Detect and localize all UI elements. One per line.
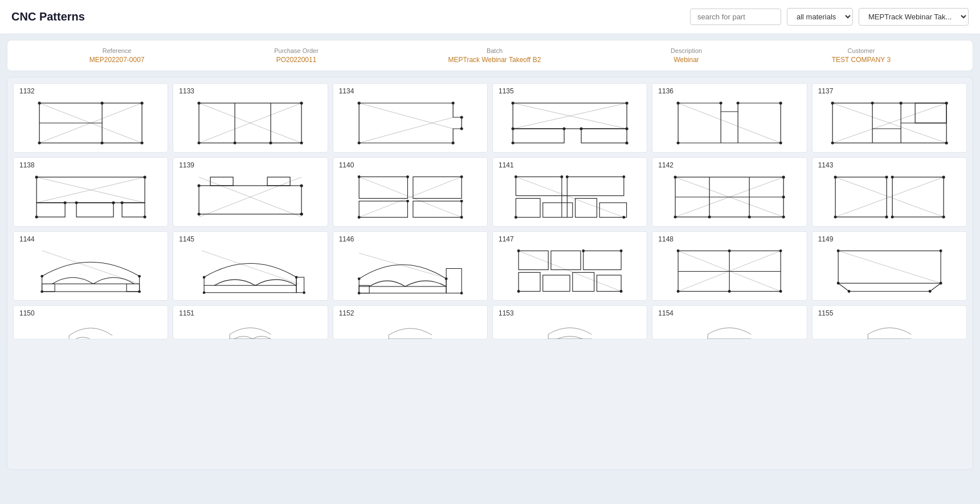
svg-point-197 (940, 250, 942, 252)
svg-point-96 (358, 176, 360, 178)
svg-point-72 (35, 176, 38, 178)
svg-point-188 (677, 250, 680, 252)
svg-point-159 (303, 292, 305, 294)
svg-point-46 (677, 102, 679, 104)
pattern-1141[interactable]: 1141 (492, 157, 647, 227)
pattern-1136[interactable]: 1136 (652, 83, 807, 153)
svg-point-148 (138, 275, 141, 277)
pattern-1144[interactable]: 1144 (13, 231, 168, 301)
svg-point-123 (782, 176, 785, 178)
svg-rect-94 (359, 201, 407, 217)
svg-point-137 (885, 176, 888, 178)
svg-point-200 (848, 290, 850, 293)
svg-point-97 (460, 176, 463, 178)
pattern-1137[interactable]: 1137 (812, 83, 967, 153)
svg-rect-95 (413, 201, 462, 217)
svg-point-7 (38, 142, 40, 144)
svg-point-51 (737, 102, 739, 104)
info-bar: Reference MEP202207-0007 Purchase Order … (7, 40, 973, 71)
pattern-1147[interactable]: 1147 (492, 231, 647, 301)
project-select[interactable]: MEPTrack Webinar Tak... (859, 8, 969, 26)
svg-rect-105 (567, 177, 623, 195)
svg-point-77 (75, 202, 77, 204)
svg-point-20 (234, 142, 236, 144)
svg-point-9 (101, 102, 103, 104)
pattern-1146[interactable]: 1146 (333, 231, 488, 301)
pattern-1152[interactable]: 1152 (333, 305, 488, 339)
info-customer: Customer TEST COMPANY 3 (832, 47, 891, 64)
svg-point-199 (940, 282, 942, 284)
svg-point-75 (144, 216, 146, 218)
pattern-1138[interactable]: 1138 (13, 157, 168, 227)
pattern-1149[interactable]: 1149 (812, 231, 967, 301)
svg-point-63 (945, 142, 948, 144)
pattern-1153[interactable]: 1153 (492, 305, 647, 339)
svg-point-25 (358, 142, 360, 144)
svg-rect-209 (548, 339, 591, 339)
svg-point-135 (834, 216, 836, 218)
svg-point-181 (620, 290, 622, 293)
svg-point-64 (871, 102, 873, 104)
svg-point-38 (626, 128, 628, 130)
svg-rect-174 (518, 272, 540, 291)
info-reference: Reference MEP202207-0007 (89, 47, 145, 64)
svg-point-98 (358, 216, 360, 219)
pattern-1140[interactable]: 1140 (333, 157, 488, 227)
pattern-1133[interactable]: 1133 (173, 83, 328, 153)
pattern-1135[interactable]: 1135 (492, 83, 647, 153)
svg-rect-205 (230, 339, 271, 339)
svg-point-125 (782, 216, 785, 218)
svg-rect-93 (413, 177, 462, 198)
header-controls: all materials MEPTrack Webinar Tak... (690, 8, 969, 26)
pattern-grid[interactable]: 1132 (7, 77, 973, 470)
svg-rect-155 (296, 277, 304, 293)
svg-rect-69 (36, 203, 65, 217)
svg-point-169 (460, 292, 463, 294)
svg-point-128 (782, 196, 785, 198)
pattern-1154[interactable]: 1154 (652, 305, 807, 339)
svg-point-156 (203, 276, 206, 278)
svg-rect-146 (126, 284, 140, 292)
pattern-1143[interactable]: 1143 (812, 157, 967, 227)
svg-point-79 (121, 202, 123, 204)
svg-line-103 (516, 177, 623, 217)
svg-point-16 (198, 102, 200, 104)
pattern-row-3: 1144 (13, 231, 967, 301)
description-label: Description (671, 47, 702, 54)
svg-point-101 (406, 200, 409, 202)
pattern-1145[interactable]: 1145 (173, 231, 328, 301)
svg-point-87 (198, 213, 200, 215)
info-batch: Batch MEPTrack Webinar Takeoff B2 (448, 47, 541, 64)
search-input[interactable] (690, 9, 781, 25)
svg-point-73 (144, 176, 146, 178)
svg-point-74 (35, 216, 38, 218)
svg-point-158 (203, 292, 206, 294)
pattern-1155[interactable]: 1155 (812, 305, 967, 339)
reference-label: Reference (89, 47, 145, 54)
pattern-1132[interactable]: 1132 (13, 83, 168, 153)
svg-point-18 (198, 142, 200, 144)
svg-point-113 (623, 216, 625, 219)
svg-point-85 (198, 185, 200, 187)
svg-point-139 (885, 216, 888, 218)
pattern-1142[interactable]: 1142 (652, 157, 807, 227)
svg-rect-59 (915, 103, 946, 123)
svg-point-150 (138, 290, 141, 293)
pattern-1139[interactable]: 1139 (173, 157, 328, 227)
svg-point-26 (452, 102, 454, 104)
pattern-1134[interactable]: 1134 (333, 83, 488, 153)
svg-point-65 (900, 102, 902, 104)
svg-point-122 (674, 176, 676, 178)
pattern-1150[interactable]: 1150 (13, 305, 168, 339)
svg-point-124 (674, 216, 676, 218)
pattern-1151[interactable]: 1151 (173, 305, 328, 339)
info-po: Purchase Order PO20220011 (274, 47, 318, 64)
svg-point-149 (41, 290, 43, 293)
svg-point-21 (270, 142, 272, 144)
svg-line-141 (42, 251, 140, 284)
pattern-1148[interactable]: 1148 (652, 231, 807, 301)
svg-point-62 (831, 142, 834, 144)
materials-select[interactable]: all materials (787, 8, 853, 26)
po-label: Purchase Order (274, 47, 318, 54)
svg-point-42 (626, 142, 628, 144)
